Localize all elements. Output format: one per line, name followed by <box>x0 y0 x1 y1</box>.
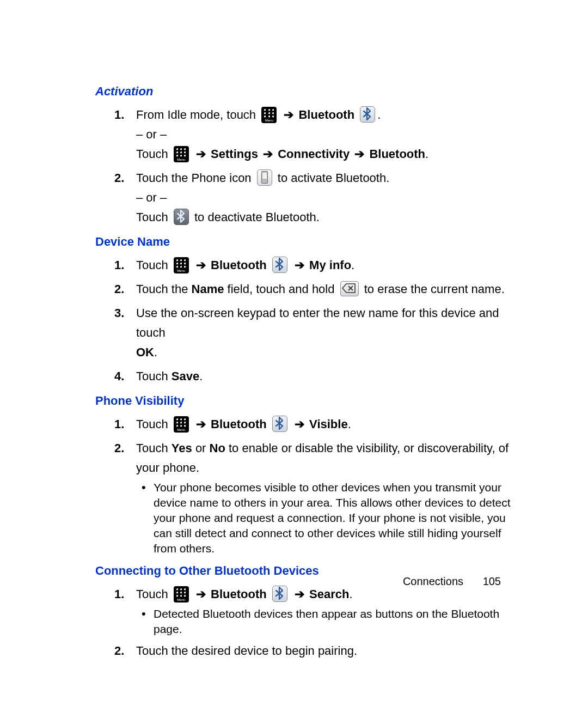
text: Touch <box>136 587 171 601</box>
step-number: 4. <box>114 367 124 386</box>
menu-icon <box>174 257 189 273</box>
text: Touch <box>136 369 171 383</box>
connecting-steps: 1. Touch ➔ Bluetooth ➔ Search. Detected … <box>114 585 517 661</box>
bluetooth-icon <box>272 586 287 602</box>
text: field, touch and hold <box>224 282 338 296</box>
arrow-icon: ➔ <box>196 255 206 275</box>
arrow-icon: ➔ <box>295 255 304 275</box>
arrow-icon: ➔ <box>354 144 364 164</box>
visibility-steps: 1. Touch ➔ Bluetooth ➔ Visible. 2. Touch… <box>114 415 517 556</box>
vis-step-1: 1. Touch ➔ Bluetooth ➔ Visible. <box>114 415 517 434</box>
footer-page-number: 105 <box>483 575 501 587</box>
menu-icon <box>174 416 189 433</box>
device-name-steps: 1. Touch ➔ Bluetooth ➔ My info. 2. Touch… <box>114 255 517 386</box>
text: Touch the <box>136 282 192 296</box>
devname-step-2: 2. Touch the Name field, touch and hold … <box>114 279 517 299</box>
text: or <box>192 441 210 455</box>
menu-icon <box>174 146 189 162</box>
devname-step-4: 4. Touch Save. <box>114 367 517 386</box>
activation-steps: 1. From Idle mode, touch ➔ Bluetooth . –… <box>114 105 517 227</box>
text: From Idle mode, touch <box>136 108 259 121</box>
arrow-icon: ➔ <box>284 105 293 125</box>
arrow-icon: ➔ <box>263 144 273 164</box>
text: Touch <box>136 417 171 431</box>
label-yes: Yes <box>171 441 192 455</box>
text: Touch <box>136 441 171 455</box>
text: . <box>377 108 381 121</box>
backspace-icon <box>340 281 359 296</box>
heading-phone-visibility: Phone Visibility <box>95 394 517 408</box>
text: Touch the desired device to begin pairin… <box>136 644 357 658</box>
text: Touch the Phone icon <box>136 171 255 185</box>
text: . <box>350 587 353 601</box>
heading-activation: Activation <box>95 84 517 99</box>
arrow-icon: ➔ <box>196 585 206 604</box>
alt-path: Touch ➔ Settings ➔ Connectivity ➔ Blueto… <box>136 144 517 164</box>
text: Use the on-screen keypad to enter the ne… <box>136 306 499 339</box>
connecting-bullets: Detected Bluetooth devices then appear a… <box>142 606 517 637</box>
label-search: Search <box>309 587 349 601</box>
text: . <box>425 147 428 161</box>
or-divider: – or – <box>136 188 517 208</box>
or-divider: – or – <box>136 125 517 144</box>
label-connectivity: Connectivity <box>278 147 350 161</box>
label-bluetooth: Bluetooth <box>211 587 267 601</box>
page-footer: Connections 105 <box>403 575 501 588</box>
text: to activate Bluetooth. <box>278 171 389 185</box>
vis-step-2: 2. Touch Yes or No to enable or disable … <box>114 439 517 556</box>
label-bluetooth: Bluetooth <box>298 108 354 121</box>
step-number: 2. <box>114 279 124 299</box>
step-number: 2. <box>114 439 124 458</box>
conn-step-1: 1. Touch ➔ Bluetooth ➔ Search. Detected … <box>114 585 517 637</box>
label-my-info: My info <box>309 258 351 272</box>
arrow-icon: ➔ <box>196 415 206 434</box>
label-bluetooth: Bluetooth <box>369 147 425 161</box>
step-number: 1. <box>114 105 124 125</box>
label-save: Save <box>171 369 199 383</box>
step-number: 1. <box>114 415 124 434</box>
devname-step-1: 1. Touch ➔ Bluetooth ➔ My info. <box>114 255 517 275</box>
text: to deactivate Bluetooth. <box>194 210 320 224</box>
detected-bt-detail: Detected Bluetooth devices then appear a… <box>142 606 517 637</box>
bluetooth-icon <box>272 416 287 432</box>
phone-icon <box>257 169 272 186</box>
label-bluetooth: Bluetooth <box>211 417 267 431</box>
manual-page: Activation 1. From Idle mode, touch ➔ Bl… <box>0 0 588 712</box>
devname-step-3: 3. Use the on-screen keypad to enter the… <box>114 303 517 362</box>
text: . <box>199 369 203 383</box>
menu-icon <box>261 107 277 123</box>
text: . <box>348 417 351 431</box>
activation-step-2: 2. Touch the Phone icon to activate Blue… <box>114 168 517 227</box>
label-visible: Visible <box>309 417 348 431</box>
bluetooth-icon <box>272 257 287 273</box>
alt-path: Touch to deactivate Bluetooth. <box>136 208 517 227</box>
label-ok: OK <box>136 345 154 359</box>
text: Touch <box>136 147 171 161</box>
text: . <box>154 345 157 359</box>
footer-section: Connections <box>403 575 463 587</box>
arrow-icon: ➔ <box>196 144 206 164</box>
label-name: Name <box>192 282 224 296</box>
heading-device-name: Device Name <box>95 235 517 249</box>
visibility-detail: Your phone becomes visible to other devi… <box>142 480 517 556</box>
step-number: 2. <box>114 168 124 188</box>
bluetooth-off-icon <box>174 209 189 225</box>
step-number: 1. <box>114 255 124 275</box>
step-number: 2. <box>114 641 124 661</box>
label-settings: Settings <box>211 147 258 161</box>
step-number: 3. <box>114 303 124 323</box>
conn-step-2: 2. Touch the desired device to begin pai… <box>114 641 517 661</box>
bluetooth-icon <box>360 106 375 123</box>
label-no: No <box>210 441 225 455</box>
text: . <box>351 258 354 272</box>
arrow-icon: ➔ <box>295 415 304 434</box>
text: Touch <box>136 258 171 272</box>
visibility-bullets: Your phone becomes visible to other devi… <box>142 480 517 556</box>
text: Touch <box>136 210 171 224</box>
text: to erase the current name. <box>364 282 505 296</box>
arrow-icon: ➔ <box>295 585 304 604</box>
activation-step-1: 1. From Idle mode, touch ➔ Bluetooth . –… <box>114 105 517 164</box>
step-number: 1. <box>114 585 124 604</box>
label-bluetooth: Bluetooth <box>211 258 267 272</box>
menu-icon <box>174 586 189 603</box>
